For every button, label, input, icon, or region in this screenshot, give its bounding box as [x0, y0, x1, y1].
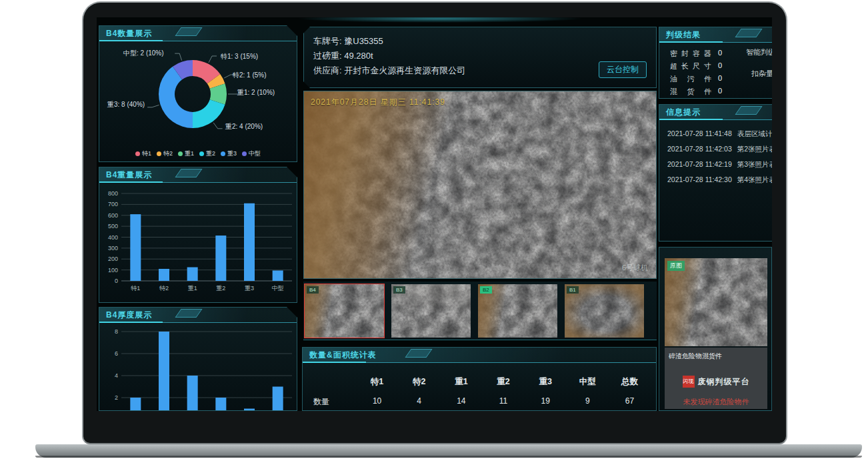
legend-dot [199, 151, 204, 156]
svg-text:重3: 重3 [245, 285, 254, 292]
bar-特1 [130, 214, 141, 281]
legend-dot [221, 151, 225, 156]
thumbnail-B2[interactable]: B2 [478, 284, 557, 338]
table-body: 数量104141119967面积 [303, 396, 656, 411]
donut-label-line [209, 56, 217, 63]
info-panel: 信息提示 2021-07-28 11:41:48表层区域计算成功2021-07-… [659, 104, 772, 242]
grading-item-label: 混货件 [670, 87, 711, 97]
log-text: 表层区域计算成功 [737, 129, 772, 139]
legend-item-重3[interactable]: 重3 [221, 149, 237, 158]
log-time: 2021-07-28 11:42:03 [667, 145, 732, 154]
thumbnail-tag: B3 [393, 286, 405, 294]
grading-result-panel: 判级结果 密封容器0超长尺寸0油污件0混货件0 智能判级:扣杂量: [659, 27, 772, 99]
thumbnail-tag: B1 [567, 286, 579, 294]
donut-label-重3: 重3: 8 (40%) [107, 100, 145, 109]
svg-text:重1: 重1 [188, 285, 197, 292]
table-header-cell-重2: 重2 [482, 376, 524, 388]
table-header-row: 特1特2重1重2重3中型总数 [303, 376, 656, 388]
log-time: 2021-07-28 11:42:19 [667, 160, 732, 169]
donut-label-line [147, 105, 159, 107]
svg-text:2: 2 [115, 394, 118, 401]
svg-text:中型: 中型 [272, 285, 284, 292]
table-cell: 9 [567, 396, 609, 408]
detection-caption: 碎渣危险物混货件 [669, 352, 763, 361]
donut-label-特1: 特1: 3 (15%) [221, 52, 258, 61]
bar-中型 [273, 270, 283, 281]
plate-line: 车牌号: 豫U35355 [313, 34, 647, 49]
weigh-label: 过磅重: [313, 51, 342, 61]
photo-timestamp: 2021年07月28日 星期三 11:41:39 [311, 97, 445, 108]
grading-item-混货件: 混货件0 [670, 87, 711, 97]
grading-item-value: 0 [718, 49, 722, 57]
main-photo: 2021年07月28日 星期三 11:41:39 6号球机 [303, 91, 657, 279]
donut-slice-重2 [193, 99, 225, 128]
donut-label-重2: 重2: 4 (20%) [225, 122, 263, 131]
bar-重2 [215, 398, 226, 411]
bar-特1 [130, 398, 141, 411]
stats-table-title: 数量&面积统计表 [303, 348, 377, 362]
svg-text:特2: 特2 [159, 285, 169, 292]
svg-text:特1: 特1 [131, 285, 140, 292]
thickness-panel: B4厚度展示 2468特1特2重1重2重3中型 [99, 307, 297, 411]
supplier-line: 供应商: 开封市金火源再生资源有限公司 [313, 63, 647, 78]
svg-text:6: 6 [115, 350, 118, 357]
donut-label-特2: 特2: 1 (5%) [233, 71, 267, 80]
bar-重3 [244, 203, 255, 281]
svg-text:800: 800 [108, 190, 118, 197]
weight-panel-title: B4重量展示 [99, 167, 152, 182]
bar-中型 [273, 387, 283, 412]
donut-label-line [213, 123, 222, 129]
table-header-cell-重1: 重1 [440, 376, 482, 388]
photo-tint [665, 258, 767, 346]
legend-item-重2[interactable]: 重2 [199, 149, 215, 158]
thumbnail-B1[interactable]: B1 [565, 284, 644, 338]
info-panel-title: 信息提示 [659, 105, 701, 119]
grading-item-label: 超长尺寸 [670, 61, 711, 71]
camera-watermark: 6号球机 [622, 263, 648, 273]
grading-panel-title: 判级结果 [659, 27, 701, 42]
grading-extra-label-1: 扣杂量: [751, 69, 772, 79]
log-item: 2021-07-28 11:41:48表层区域计算成功 [667, 129, 772, 139]
screen-glow-decoration [297, 17, 583, 23]
log-text: 第3张照片表层开 [737, 160, 772, 169]
laptop-base [35, 444, 862, 458]
plate-label: 车牌号: [313, 36, 342, 46]
ptz-control-button[interactable]: 云台控制 [599, 61, 647, 78]
svg-text:300: 300 [108, 245, 118, 252]
quantity-panel-title: B4数量展示 [99, 26, 152, 41]
legend-item-中型[interactable]: 中型 [242, 149, 261, 158]
legend-label: 重3 [227, 149, 237, 158]
legend-dot [157, 151, 161, 156]
thumbnail-B3[interactable]: B3 [391, 284, 471, 338]
brand-logo-mark: 闪现 [683, 376, 695, 388]
grading-item-油污件: 油污件0 [670, 74, 711, 84]
svg-text:400: 400 [108, 234, 118, 241]
thumbnail-strip: B4B3B2B1 [303, 282, 657, 340]
thumbnail-B4[interactable]: B4 [305, 284, 384, 338]
thickness-panel-title: B4厚度展示 [99, 308, 152, 322]
chart-legend: 特1特2重1重2重3中型 [99, 149, 297, 158]
svg-text:200: 200 [108, 256, 118, 262]
laptop-screen: B4数量展示 特1: 3 (15%)特2: 1 (5%)重1: 2 (10%)重… [97, 17, 772, 411]
grading-item-value: 0 [718, 61, 722, 69]
original-image-tag: 原图 [667, 261, 685, 271]
table-cell: 10 [356, 396, 398, 408]
legend-item-特1[interactable]: 特1 [135, 149, 151, 158]
table-header-cell-总数: 总数 [609, 376, 651, 388]
legend-label: 中型 [249, 149, 261, 158]
grading-item-value: 0 [718, 87, 722, 95]
grading-panel-header: 判级结果 [659, 27, 772, 43]
detection-image[interactable]: 原图 [665, 258, 767, 346]
donut-label-line [175, 53, 181, 60]
legend-item-特2[interactable]: 特2 [157, 149, 173, 158]
table-cell: 19 [525, 396, 567, 408]
weigh-value: 49.280t [344, 51, 373, 61]
vehicle-info-panel: 车牌号: 豫U35355 过磅重: 49.280t 供应商: 开封市金火源再生资… [303, 27, 657, 88]
log-item: 2021-07-28 11:42:03第2张照片表层开 [667, 145, 772, 154]
grading-item-label: 油污件 [670, 74, 711, 84]
bar-重1 [187, 376, 198, 411]
weight-bar-chart: 0100200300400500600700800特1特2重1重2重3中型 [100, 183, 297, 302]
log-text: 第4张照片表层开 [737, 175, 772, 185]
supplier-label: 供应商: [313, 65, 342, 75]
legend-item-重1[interactable]: 重1 [178, 149, 194, 158]
